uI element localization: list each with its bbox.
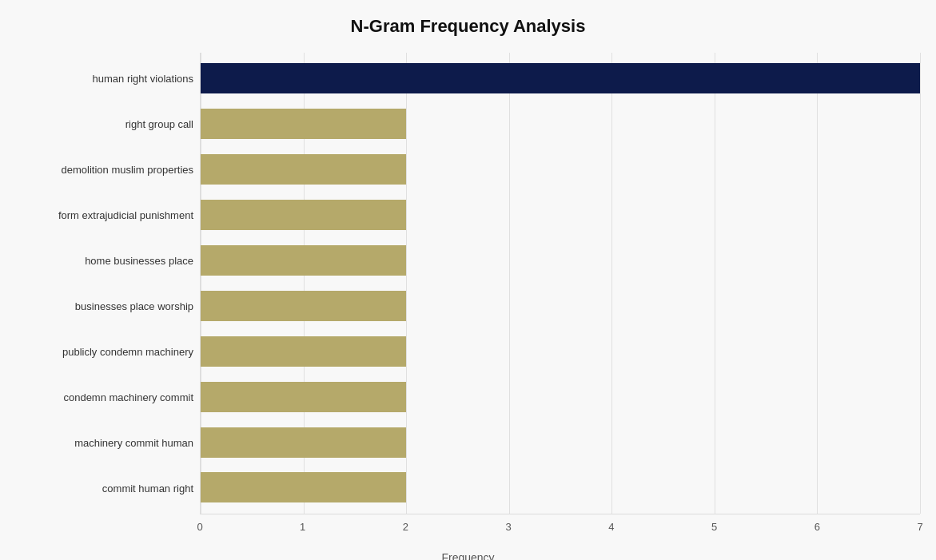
bar-row xyxy=(201,195,920,235)
y-label: publicly condemn machinery xyxy=(16,329,193,375)
bars-section: human right violationsright group callde… xyxy=(16,53,920,514)
chart-container: N-Gram Frequency Analysis human right vi… xyxy=(0,0,936,560)
x-tick-label: 1 xyxy=(300,521,305,533)
y-label: home businesses place xyxy=(16,238,193,284)
bar-row xyxy=(201,423,920,463)
bar-row xyxy=(201,104,920,144)
grid-line xyxy=(920,53,921,514)
x-tick-label: 3 xyxy=(506,521,512,533)
x-axis-spacer xyxy=(16,518,200,550)
bar xyxy=(201,291,406,321)
x-axis-title: Frequency xyxy=(16,551,920,560)
bar-row xyxy=(201,58,920,98)
x-axis-section: 01234567 xyxy=(16,518,920,550)
x-tick-label: 7 xyxy=(917,521,922,533)
bars-wrapper xyxy=(201,53,920,514)
y-label: machinery commit human xyxy=(16,420,193,466)
bar-row xyxy=(201,377,920,417)
chart-area: human right violationsright group callde… xyxy=(16,53,920,509)
y-labels: human right violationsright group callde… xyxy=(16,53,200,514)
y-label: form extrajudicial punishment xyxy=(16,193,193,238)
x-tick-label: 0 xyxy=(197,521,202,533)
y-label: businesses place worship xyxy=(16,284,193,329)
bar-row xyxy=(201,240,920,280)
bar-row xyxy=(201,286,920,326)
bar-row xyxy=(201,149,920,189)
chart-title: N-Gram Frequency Analysis xyxy=(16,16,920,37)
bar xyxy=(201,336,406,367)
bar xyxy=(201,382,406,412)
x-axis-labels: 01234567 xyxy=(200,518,920,550)
y-label: condemn machinery commit xyxy=(16,375,193,420)
bar xyxy=(201,109,406,139)
y-label: commit human right xyxy=(16,466,193,511)
x-tick-label: 5 xyxy=(711,521,717,533)
bar xyxy=(201,63,920,93)
bar-row xyxy=(201,332,920,371)
y-label: demolition muslim properties xyxy=(16,147,193,193)
x-tick-label: 2 xyxy=(403,521,408,533)
bar xyxy=(201,245,406,276)
bar xyxy=(201,472,406,502)
bar xyxy=(201,427,406,458)
y-label: human right violations xyxy=(16,56,193,101)
bar xyxy=(201,154,406,185)
plot-area xyxy=(200,53,920,514)
bar xyxy=(201,200,406,230)
y-label: right group call xyxy=(16,101,193,147)
bar-row xyxy=(201,467,920,507)
x-tick-label: 4 xyxy=(608,521,614,533)
x-tick-label: 6 xyxy=(815,521,820,533)
